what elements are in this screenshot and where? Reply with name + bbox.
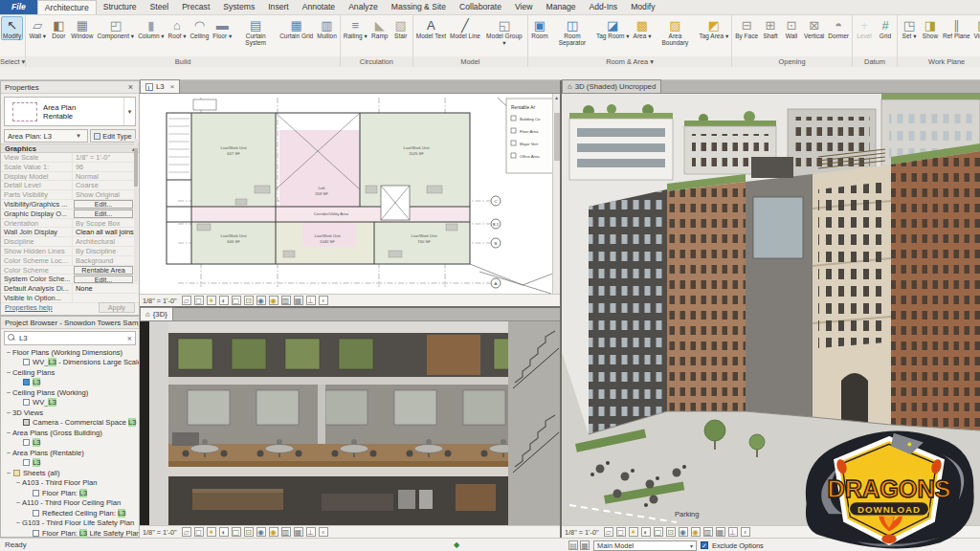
shadows-icon[interactable]: ◐ (641, 527, 651, 537)
tool-window-button[interactable]: ▦Window (69, 16, 95, 40)
ribbon-tab-precast[interactable]: Precast (175, 0, 216, 14)
visual-style-icon[interactable]: ◻ (194, 296, 204, 305)
tool-ramp-button[interactable]: ◣Ramp (369, 16, 390, 40)
more-icon[interactable]: ‹ (319, 296, 328, 305)
shadows-icon[interactable]: ◐ (219, 527, 229, 537)
temporary-hide-isolate-icon[interactable]: ◉ (679, 527, 688, 537)
ribbon-tab-file[interactable]: File (0, 0, 37, 14)
tree-item-g103-third-floor-life-safety-plan[interactable]: −G103 - Third Floor Life Safety Plan (1, 518, 139, 529)
tree-item-area-plans-rentable[interactable]: −Area Plans (Rentable) (1, 448, 139, 458)
tool-room-button[interactable]: ▣Room (529, 16, 550, 40)
sun-path-icon[interactable]: ☀ (629, 527, 638, 537)
tool-mullion-button[interactable]: ▥Mullion (315, 16, 339, 40)
tree-item-camera-commercial-space-l3[interactable]: Camera - Commercial Space L3 (1, 418, 139, 429)
crop-view-icon[interactable]: ▢ (654, 527, 663, 537)
property-button-graphic-display-o[interactable]: Edit... (74, 209, 133, 218)
close-icon[interactable]: × (126, 82, 135, 92)
search-input[interactable] (19, 334, 124, 342)
tree-expander[interactable]: − (14, 518, 22, 527)
tool-tag-room-button[interactable]: ◪Tag Room ▾ (594, 16, 632, 40)
tree-item-l3[interactable]: L3 (1, 458, 139, 469)
tree-expander[interactable]: − (5, 449, 12, 457)
property-value[interactable] (72, 294, 139, 302)
reveal-constraints-icon[interactable]: ⊥ (728, 527, 738, 537)
reveal-constraints-icon[interactable]: ⊥ (306, 296, 316, 305)
tree-expander[interactable]: − (5, 388, 12, 397)
property-value[interactable]: Clean all wall joins (72, 228, 139, 236)
property-value[interactable]: Background (72, 256, 139, 265)
tool-roof-button[interactable]: ⌂Roof ▾ (167, 16, 189, 40)
worksharing-display-icon[interactable]: ▦ (716, 527, 725, 537)
reveal-hidden-elements-icon[interactable]: ◉ (269, 296, 278, 305)
property-button-system-color-sche[interactable]: Edit... (74, 276, 133, 284)
tree-item-a103-third-floor-plan[interactable]: −A103 - Third Floor Plan (1, 478, 139, 489)
tool-column-button[interactable]: ▮Column ▾ (136, 16, 166, 40)
tool-door-button[interactable]: ◧Door (48, 16, 69, 40)
type-selector[interactable]: Area Plan Rentable ▾ (4, 97, 136, 126)
tree-item-area-plans-gross-building[interactable]: −Area Plans (Gross Building) (1, 428, 139, 438)
properties-scrollbar[interactable] (134, 139, 138, 282)
tool-railing-button[interactable]: ≡Railing ▾ (342, 16, 369, 40)
tool-wall-button[interactable]: ▱Wall ▾ (27, 16, 48, 40)
property-value[interactable]: Architectural (72, 237, 139, 246)
tool-floor-button[interactable]: ▬Floor ▾ (211, 16, 234, 40)
tool-area-button[interactable]: ▩Area ▾ (632, 16, 654, 40)
tree-expander[interactable]: − (14, 498, 22, 507)
tool-grid-button[interactable]: #Grid (875, 16, 896, 40)
tool-model-text-button[interactable]: AModel Text (414, 16, 448, 40)
tool-room-separator-button[interactable]: ◫Room Separator (550, 16, 594, 48)
sun-path-icon[interactable]: ☀ (207, 296, 216, 305)
tool-level-button[interactable]: +Level (854, 16, 875, 40)
sun-path-icon[interactable]: ☀ (207, 527, 216, 537)
clear-search-icon[interactable]: × (124, 334, 135, 343)
tree-expander[interactable]: − (14, 478, 22, 487)
browser-search[interactable]: × (4, 331, 136, 345)
tool-ceiling-button[interactable]: ◠Ceiling (188, 16, 211, 40)
ribbon-tab-architecture[interactable]: Architecture (37, 0, 97, 14)
tree-expander[interactable]: − (5, 469, 12, 477)
show-crop-region-icon[interactable]: ⊡ (244, 296, 254, 305)
tree-item-ceiling-plans-working[interactable]: −Ceiling Plans (Working) (1, 387, 139, 398)
property-value[interactable]: 1/8" = 1'-0" (72, 153, 139, 162)
reveal-hidden-elements-icon[interactable]: ◉ (269, 527, 278, 537)
property-value[interactable]: Normal (72, 172, 139, 181)
property-value[interactable]: By Discipline (72, 247, 139, 255)
show-crop-region-icon[interactable]: ⊡ (244, 527, 254, 537)
scale-button[interactable]: 1/8" = 1'-0" (143, 528, 177, 537)
crop-view-icon[interactable]: ▢ (232, 527, 241, 537)
ribbon-tab-add-ins[interactable]: Add-Ins (583, 0, 625, 14)
design-options-icon[interactable]: ▦ (580, 540, 590, 550)
ribbon-tab-view[interactable]: View (508, 0, 539, 14)
tree-item-floor-plan-l3[interactable]: Floor Plan: L3 (1, 488, 139, 498)
ribbon-tab-systems[interactable]: Systems (216, 0, 261, 14)
show-crop-region-icon[interactable]: ⊡ (666, 527, 676, 537)
ribbon-tab-collaborate[interactable]: Collaborate (453, 0, 508, 14)
properties-help-link[interactable]: Properties help (5, 303, 53, 312)
tree-expander[interactable]: − (5, 348, 12, 357)
tool-curtain-grid-button[interactable]: ▦Curtain Grid (278, 16, 315, 40)
tab-3d-shaded-uncropped[interactable]: ⌂ 3D (Shaded) Uncropped (562, 79, 661, 93)
tab-plan-l3[interactable]: L3 × (140, 79, 180, 93)
visual-style-icon[interactable]: ◻ (194, 527, 204, 537)
property-value[interactable]: Show Original (72, 190, 139, 199)
property-value[interactable]: None (72, 284, 139, 293)
exclude-options-checkbox[interactable]: ✓ (701, 541, 708, 549)
detail-level-icon[interactable]: ▱ (182, 527, 191, 537)
tool-model-line-button[interactable]: ╱Model Line (448, 16, 482, 40)
tool-modify-button[interactable]: ↖Modify (1, 16, 23, 40)
group-caption-select[interactable]: Select ▾ (0, 56, 25, 67)
tree-item-wv-l3[interactable]: WV_L3 (1, 398, 139, 408)
tool-tag-area-button[interactable]: ◩Tag Area ▾ (697, 16, 730, 40)
tool-set-button[interactable]: ◳Set ▾ (899, 16, 920, 40)
tool-stair-button[interactable]: ▧Stair (390, 16, 412, 40)
ribbon-tab-steel[interactable]: Steel (144, 0, 176, 14)
shadows-icon[interactable]: ◐ (219, 296, 229, 305)
more-icon[interactable]: ‹ (319, 527, 328, 537)
tool-by-face-button[interactable]: ⊟By Face (733, 16, 760, 40)
property-value[interactable]: 96 (72, 163, 139, 171)
temporary-view-properties-icon[interactable]: ▥ (281, 527, 291, 537)
property-button-color-scheme[interactable]: Rentable Area (74, 266, 133, 275)
scale-button[interactable]: 1/8" = 1'-0" (565, 528, 599, 537)
edit-type-button[interactable]: Edit Type (90, 129, 136, 143)
close-tab-icon[interactable]: × (170, 82, 175, 91)
